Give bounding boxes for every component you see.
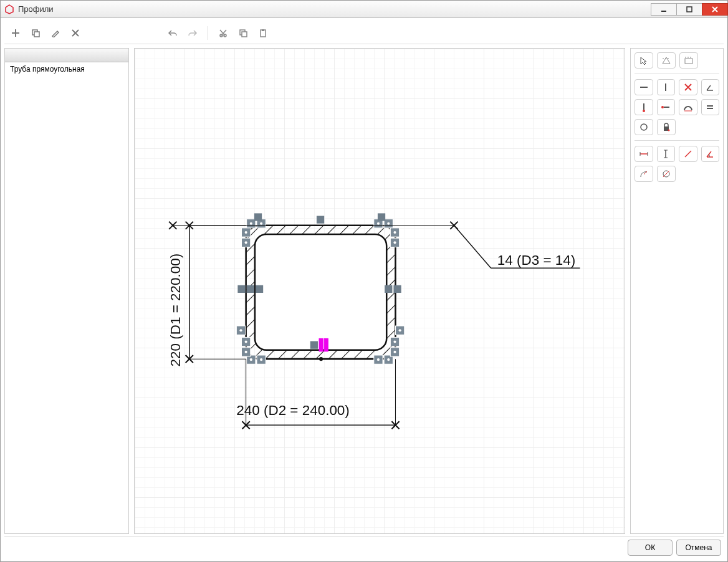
svg-rect-19	[255, 234, 386, 350]
svg-rect-2	[687, 7, 692, 12]
tool-lock[interactable]	[657, 119, 676, 135]
svg-line-96	[685, 151, 691, 157]
add-button[interactable]	[7, 24, 24, 42]
svg-point-23	[260, 222, 262, 225]
svg-rect-61	[256, 285, 263, 293]
svg-rect-28	[254, 213, 262, 221]
svg-rect-63	[393, 285, 401, 293]
dimension-d2: 240 (D2 = 240.00)	[236, 359, 399, 429]
list-header	[5, 49, 128, 62]
tool-dim-diameter[interactable]	[657, 166, 676, 182]
window-title: Профили	[18, 4, 651, 14]
svg-rect-66	[324, 338, 328, 351]
svg-rect-58	[317, 216, 324, 223]
svg-rect-37	[378, 213, 385, 221]
svg-point-53	[393, 341, 396, 343]
svg-point-47	[239, 329, 242, 331]
tool-point[interactable]	[635, 99, 653, 115]
svg-point-51	[387, 358, 390, 361]
svg-point-49	[377, 358, 380, 361]
svg-rect-59	[237, 285, 245, 293]
svg-point-21	[250, 222, 252, 225]
tool-equal[interactable]	[701, 99, 720, 115]
svg-point-32	[387, 222, 390, 225]
svg-point-43	[245, 341, 247, 343]
svg-point-36	[393, 241, 396, 244]
tool-arc[interactable]	[679, 99, 697, 115]
tool-construction-2[interactable]	[679, 52, 698, 69]
svg-point-45	[245, 351, 247, 353]
tool-dim-angle[interactable]	[701, 146, 720, 162]
svg-point-55	[393, 351, 396, 353]
svg-rect-60	[247, 285, 254, 293]
right-toolbox	[630, 48, 724, 534]
svg-point-57	[399, 329, 401, 331]
content: Труба прямоугольная	[1, 18, 727, 561]
svg-rect-14	[242, 32, 247, 37]
clone-button[interactable]	[27, 24, 44, 42]
profile-list: Труба прямоугольная	[4, 48, 129, 534]
svg-point-85	[643, 110, 645, 112]
svg-rect-62	[385, 285, 392, 293]
window-controls	[651, 3, 727, 16]
dim-d2-text: 240 (D2 = 240.00)	[236, 402, 350, 418]
tool-construction-1[interactable]	[657, 52, 676, 69]
title-bar: Профили	[1, 1, 727, 18]
svg-rect-8	[34, 32, 39, 37]
tool-line-h[interactable]	[635, 79, 653, 95]
tool-circle[interactable]	[635, 119, 653, 135]
redo-button[interactable]	[184, 24, 201, 42]
tool-dim-h[interactable]	[635, 146, 653, 162]
svg-rect-16	[262, 29, 264, 31]
svg-point-25	[245, 231, 247, 234]
tool-line-v[interactable]	[657, 79, 676, 95]
ok-button[interactable]: ОК	[628, 540, 673, 556]
tool-segment[interactable]	[657, 99, 676, 115]
copy-button[interactable]	[234, 24, 252, 42]
svg-rect-78	[685, 59, 692, 64]
dim-d1-text: 220 (D1 = 220.00)	[168, 254, 183, 366]
tool-select[interactable]	[635, 52, 653, 69]
svg-line-75	[454, 226, 491, 268]
dimension-d1: 220 (D1 = 220.00)	[168, 222, 246, 367]
app-icon	[4, 4, 14, 14]
main-area: Труба прямоугольная	[4, 44, 724, 534]
maximize-button[interactable]	[676, 3, 702, 16]
svg-point-67	[319, 357, 323, 361]
svg-point-34	[393, 231, 396, 234]
edit-button[interactable]	[47, 24, 64, 42]
dialog-footer: ОК Отмена	[4, 536, 724, 558]
svg-rect-64	[310, 341, 318, 349]
svg-point-27	[245, 241, 247, 244]
svg-point-91	[641, 124, 647, 130]
tool-line-angle[interactable]	[701, 79, 720, 95]
cut-button[interactable]	[214, 24, 232, 42]
tool-dim-diag[interactable]	[679, 146, 697, 162]
delete-button[interactable]	[67, 24, 84, 42]
svg-rect-65	[319, 338, 323, 351]
svg-point-39	[250, 358, 252, 361]
svg-point-41	[260, 358, 262, 361]
cancel-button[interactable]: Отмена	[676, 540, 721, 556]
sketch-drawing: 220 (D1 = 220.00) 240 (D2 = 240.00)	[135, 49, 625, 534]
minimize-button[interactable]	[651, 3, 677, 16]
list-item[interactable]: Труба прямоугольная	[5, 62, 128, 76]
tool-line-diag[interactable]	[679, 79, 697, 95]
svg-point-86	[661, 106, 664, 108]
close-button[interactable]	[702, 3, 728, 16]
svg-marker-0	[6, 5, 13, 14]
paste-button[interactable]	[254, 24, 272, 42]
tool-dim-v[interactable]	[657, 146, 676, 162]
top-toolbar	[4, 22, 724, 44]
tool-dim-radius[interactable]	[635, 166, 653, 182]
dim-d3-text: 14 (D3 = 14)	[497, 252, 575, 268]
undo-button[interactable]	[164, 24, 181, 42]
svg-point-93	[668, 130, 670, 131]
app-window: Профили Труба прямоугольная	[0, 0, 728, 562]
svg-point-30	[377, 222, 380, 225]
sketch-canvas[interactable]: 220 (D1 = 220.00) 240 (D2 = 240.00)	[134, 48, 625, 534]
